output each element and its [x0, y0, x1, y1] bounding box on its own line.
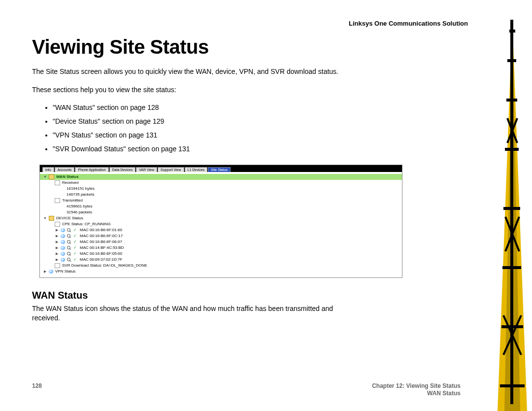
check-icon [73, 246, 78, 250]
cpe-status-node[interactable]: CPE Status: CP_RUNNING [40, 221, 402, 227]
section-list: "WAN Status" section on page 128 "Device… [53, 103, 461, 153]
mac-text: MAC 00:16:B6:6F:01:60 [80, 227, 122, 233]
check-icon [73, 240, 78, 244]
collapse-toggle-icon[interactable]: ▶ [55, 233, 59, 239]
footer-subsection: WAN Status [427, 390, 461, 397]
folder-icon [49, 174, 54, 179]
mac-text: MAC 00:16:B6:6F:0C:17 [80, 233, 123, 239]
mac-row[interactable]: ▶ MAC 00:16:B6:6F:05:60 [40, 251, 402, 257]
intro-paragraph: The Site Status screen allows you to qui… [32, 67, 347, 76]
transmitted-packets: 31546 packets [40, 209, 402, 215]
mac-text: MAC 00:16:B6:6F:05:60 [80, 251, 122, 257]
collapse-toggle-icon[interactable]: ▶ [55, 227, 59, 233]
svr-download-node[interactable]: SVR Download Status: DA=DL_IMAGES_DONE [40, 263, 402, 269]
tab-var-view[interactable]: VAR View [136, 167, 157, 172]
wan-status-node[interactable]: ▼ WAN Status [40, 174, 402, 180]
folder-icon [49, 216, 54, 221]
search-icon [67, 258, 71, 262]
section-list-item: "Device Status" section on page 129 [53, 117, 461, 125]
received-label: Received [62, 180, 78, 186]
footer-chapter: Chapter 12: Viewing Site Status [372, 382, 461, 389]
network-icon [61, 240, 65, 244]
tab-support-view[interactable]: Support View [158, 167, 184, 172]
section-list-item: "VPN Status" section on page 131 [53, 131, 461, 139]
page-icon [55, 222, 60, 227]
transmitted-bytes: 4159601 bytes [40, 204, 402, 209]
search-icon [67, 234, 71, 238]
expand-toggle-icon[interactable]: ▼ [43, 215, 47, 221]
sections-intro: These sections help you to view the site… [32, 85, 347, 95]
check-icon [73, 252, 78, 256]
decorative-tower-stripe [493, 0, 532, 411]
collapse-toggle-icon[interactable]: ▶ [43, 269, 47, 274]
main-content: Viewing Site Status The Site Status scre… [0, 36, 461, 323]
svg-rect-10 [510, 20, 513, 404]
received-node[interactable]: Received [40, 180, 402, 186]
vpn-status-node[interactable]: ▶ VPN Status [40, 269, 402, 274]
mac-text: MAC 00:09:37:02:1D:7F [80, 257, 122, 263]
page-icon [55, 198, 60, 203]
device-status-label: DEVICE Status [56, 215, 83, 221]
network-icon [61, 252, 65, 256]
collapse-toggle-icon[interactable]: ▶ [55, 257, 59, 263]
tab-l1-devices[interactable]: L1 Devices [185, 167, 208, 172]
transmitted-label: Transmitted [62, 198, 83, 204]
page-icon [55, 180, 60, 185]
check-icon [73, 234, 78, 238]
section-list-item: "SVR Download Status" section on page 13… [53, 145, 461, 153]
tab-site-status[interactable]: Site Status [208, 167, 231, 172]
page-title: Viewing Site Status [32, 36, 461, 58]
search-icon [67, 252, 71, 256]
device-status-node[interactable]: ▼ DEVICE Status [40, 215, 402, 221]
document-header-product: Linksys One Communications Solution [0, 0, 532, 31]
check-icon [73, 258, 78, 262]
expand-toggle-icon[interactable]: ▼ [43, 174, 47, 180]
status-tree: ▼ WAN Status Received 16194151 bytes 146… [40, 172, 402, 277]
site-status-screenshot: Info Accounts Phone Application Data Dev… [39, 165, 402, 278]
wan-status-heading: WAN Status [32, 290, 461, 301]
collapse-toggle-icon[interactable]: ▶ [55, 239, 59, 245]
svr-download-text: SVR Download Status: DA=DL_IMAGES_DONE [62, 263, 147, 269]
network-icon [49, 270, 53, 274]
network-icon [61, 246, 65, 250]
network-icon [61, 234, 65, 238]
received-packets: 146735 packets [40, 192, 402, 198]
mac-text: MAC 00:14:BF:4C:53:BD [80, 245, 124, 251]
collapse-toggle-icon[interactable]: ▶ [55, 251, 59, 257]
cpe-status-text: CPE Status: CP_RUNNING [62, 221, 111, 227]
network-icon [61, 258, 65, 262]
collapse-toggle-icon[interactable]: ▶ [55, 245, 59, 251]
search-icon [67, 246, 71, 250]
tab-info[interactable]: Info [42, 167, 54, 172]
tab-data-devices[interactable]: Data Devices [109, 167, 136, 172]
network-icon [61, 228, 65, 232]
search-icon [67, 240, 71, 244]
section-list-item: "WAN Status" section on page 128 [53, 103, 461, 111]
page-number: 128 [32, 382, 42, 389]
tab-phone-application[interactable]: Phone Application [75, 167, 108, 172]
mac-row[interactable]: ▶ MAC 00:16:B6:6F:06:07 [40, 239, 402, 245]
tab-bar: Info Accounts Phone Application Data Dev… [40, 165, 402, 172]
search-icon [67, 228, 71, 232]
transmitted-node[interactable]: Transmitted [40, 198, 402, 204]
wan-status-label: WAN Status [56, 174, 78, 180]
mac-text: MAC 00:16:B6:6F:06:07 [80, 239, 122, 245]
check-icon [73, 228, 78, 232]
tab-accounts[interactable]: Accounts [55, 167, 75, 172]
received-bytes: 16194151 bytes [40, 186, 402, 192]
page-footer: 128 Chapter 12: Viewing Site Status WAN … [32, 382, 461, 397]
mac-row[interactable]: ▶ MAC 00:16:B6:6F:01:60 [40, 227, 402, 233]
vpn-status-label: VPN Status [55, 269, 75, 274]
mac-row[interactable]: ▶ MAC 00:16:B6:6F:0C:17 [40, 233, 402, 239]
mac-row[interactable]: ▶ MAC 00:09:37:02:1D:7F [40, 257, 402, 263]
page-icon [55, 263, 60, 268]
wan-status-paragraph: The WAN Status icon shows the status of … [32, 304, 347, 323]
mac-row[interactable]: ▶ MAC 00:14:BF:4C:53:BD [40, 245, 402, 251]
